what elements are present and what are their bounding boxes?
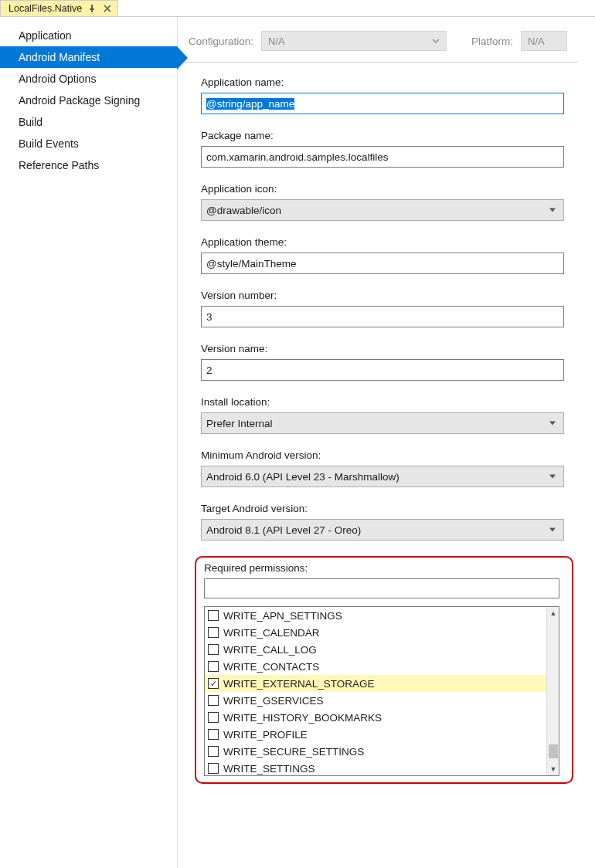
permission-checkbox[interactable]: [208, 763, 219, 774]
package-name-value: com.xamarin.android.samples.localfiles: [206, 151, 389, 163]
permission-checkbox[interactable]: ✓: [208, 678, 219, 689]
permission-checkbox[interactable]: [208, 610, 219, 621]
install-location-label: Install location:: [201, 396, 570, 408]
permission-label: WRITE_SETTINGS: [223, 763, 315, 775]
application-theme-value: @style/MainTheme: [206, 258, 297, 270]
permission-row[interactable]: WRITE_SECURE_SETTINGS: [205, 743, 546, 760]
sidebar-item-android-manifest[interactable]: Android Manifest: [0, 46, 177, 68]
target-android-value: Android 8.1 (API Level 27 - Oreo): [206, 524, 361, 536]
permission-label: WRITE_EXTERNAL_STORAGE: [223, 678, 375, 690]
permission-label: WRITE_SECURE_SETTINGS: [223, 746, 364, 758]
pin-icon[interactable]: [87, 3, 97, 14]
sidebar-item-application[interactable]: Application: [0, 25, 177, 46]
sidebar-item-android-options[interactable]: Android Options: [0, 68, 177, 90]
permission-label: WRITE_CALL_LOG: [223, 644, 317, 656]
document-tab-title: LocalFiles.Native: [8, 3, 82, 14]
permission-row[interactable]: ✓WRITE_EXTERNAL_STORAGE: [205, 675, 546, 692]
document-tab[interactable]: LocalFiles.Native: [0, 0, 118, 16]
permission-row[interactable]: WRITE_GSERVICES: [205, 692, 546, 709]
permission-checkbox[interactable]: [208, 661, 219, 672]
package-name-input[interactable]: com.xamarin.android.samples.localfiles: [201, 146, 564, 168]
permission-row[interactable]: WRITE_APN_SETTINGS: [205, 607, 546, 624]
permission-row[interactable]: WRITE_CALL_LOG: [205, 641, 546, 658]
permission-label: WRITE_CALENDAR: [223, 627, 320, 639]
permissions-scrollbar[interactable]: ▲ ▼: [546, 607, 559, 775]
scroll-up-icon[interactable]: ▲: [547, 607, 559, 619]
permission-checkbox[interactable]: [208, 627, 219, 638]
target-android-dropdown[interactable]: Android 8.1 (API Level 27 - Oreo): [201, 519, 564, 541]
version-number-label: Version number:: [201, 290, 570, 301]
permission-row[interactable]: WRITE_PROFILE: [205, 726, 546, 743]
install-location-dropdown[interactable]: Prefer Internal: [201, 412, 564, 434]
application-name-value: @string/app_name: [206, 98, 294, 110]
configuration-label: Configuration:: [189, 36, 253, 47]
application-icon-value: @drawable/icon: [206, 205, 281, 216]
permission-row[interactable]: WRITE_HISTORY_BOOKMARKS: [205, 709, 546, 726]
permission-row[interactable]: WRITE_CALENDAR: [205, 624, 546, 641]
permission-checkbox[interactable]: [208, 644, 219, 655]
permission-label: WRITE_APN_SETTINGS: [223, 610, 342, 622]
permission-checkbox[interactable]: [208, 729, 219, 740]
application-icon-dropdown[interactable]: @drawable/icon: [201, 199, 564, 221]
version-name-value: 2: [206, 364, 212, 376]
install-location-value: Prefer Internal: [206, 418, 273, 429]
document-tab-strip: LocalFiles.Native: [0, 0, 595, 17]
permission-checkbox[interactable]: [208, 695, 219, 706]
permission-checkbox[interactable]: [208, 712, 219, 723]
application-name-label: Application name:: [201, 76, 570, 88]
chevron-down-icon: [432, 36, 440, 47]
permission-checkbox[interactable]: [208, 746, 219, 757]
permission-label: WRITE_PROFILE: [223, 729, 308, 741]
close-icon[interactable]: [102, 3, 113, 14]
target-android-label: Target Android version:: [201, 503, 570, 514]
application-name-input[interactable]: @string/app_name: [201, 93, 564, 114]
version-number-input[interactable]: 3: [201, 306, 564, 327]
sidebar-item-build[interactable]: Build: [0, 111, 177, 133]
permission-label: WRITE_GSERVICES: [223, 695, 324, 707]
package-name-label: Package name:: [201, 130, 570, 141]
permissions-listbox[interactable]: WRITE_APN_SETTINGSWRITE_CALENDARWRITE_CA…: [204, 606, 559, 776]
permission-label: WRITE_HISTORY_BOOKMARKS: [223, 712, 382, 724]
version-name-label: Version name:: [201, 343, 570, 354]
platform-label: Platform:: [471, 36, 513, 47]
required-permissions-label: Required permissions:: [204, 562, 564, 574]
permissions-filter-input[interactable]: [204, 578, 559, 598]
application-theme-label: Application theme:: [201, 236, 570, 248]
scroll-thumb[interactable]: [549, 744, 558, 758]
permission-row[interactable]: WRITE_SETTINGS: [205, 760, 546, 775]
scroll-down-icon[interactable]: ▼: [547, 763, 559, 775]
application-theme-input[interactable]: @style/MainTheme: [201, 253, 564, 274]
sidebar-item-build-events[interactable]: Build Events: [0, 133, 177, 154]
manifest-content: Configuration: N/A Platform: N/A Applica…: [178, 17, 595, 868]
configuration-value: N/A: [268, 36, 285, 47]
required-permissions-section: Required permissions: WRITE_APN_SETTINGS…: [195, 556, 573, 784]
permission-label: WRITE_CONTACTS: [223, 661, 319, 673]
version-name-input[interactable]: 2: [201, 359, 564, 381]
min-android-label: Minimum Android version:: [201, 449, 570, 461]
version-number-value: 3: [206, 311, 212, 323]
permission-row[interactable]: WRITE_CONTACTS: [205, 658, 546, 675]
configuration-dropdown[interactable]: N/A: [261, 31, 447, 51]
min-android-value: Android 6.0 (API Level 23 - Marshmallow): [206, 471, 400, 483]
min-android-dropdown[interactable]: Android 6.0 (API Level 23 - Marshmallow): [201, 466, 564, 487]
platform-value: N/A: [528, 36, 545, 47]
config-platform-bar: Configuration: N/A Platform: N/A: [178, 17, 578, 63]
platform-dropdown[interactable]: N/A: [521, 31, 567, 51]
sidebar-item-reference-paths[interactable]: Reference Paths: [0, 154, 177, 176]
project-property-sidebar: ApplicationAndroid ManifestAndroid Optio…: [0, 17, 178, 868]
sidebar-item-android-package-signing[interactable]: Android Package Signing: [0, 90, 177, 111]
application-icon-label: Application icon:: [201, 183, 570, 195]
